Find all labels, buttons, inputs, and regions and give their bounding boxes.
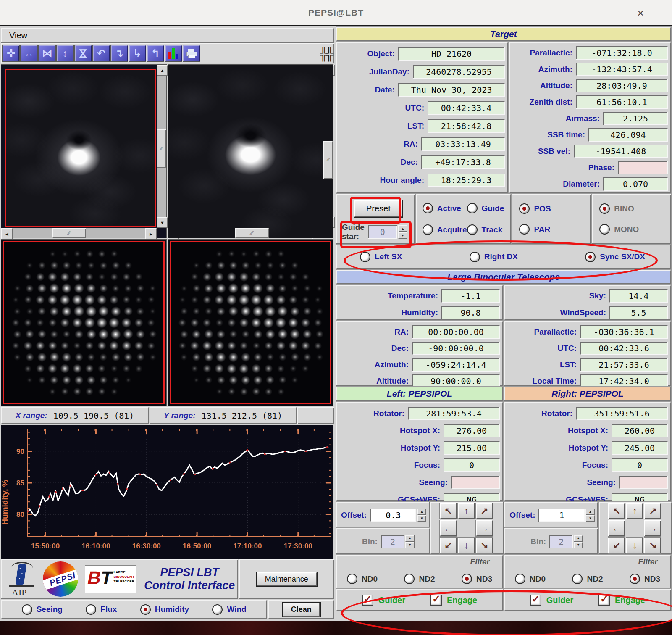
left-image-vertical-scrollbar[interactable]: ▲ ⁄⁄⁄ ▼	[157, 65, 166, 228]
spin-down-icon[interactable]: ▼	[398, 232, 407, 239]
nudge-down-icon[interactable]: ↓	[458, 538, 475, 553]
nudge-down-right-icon[interactable]: ↘	[476, 538, 493, 553]
bin-spinner-left[interactable]: 2 ▲▼	[381, 535, 415, 548]
dec-value[interactable]: -90:00:00.0	[412, 342, 500, 355]
utc-value[interactable]: 00:42:33.6	[580, 342, 668, 355]
scroll-thumb[interactable]: ⁄⁄⁄	[52, 228, 86, 238]
ssb-vel-value[interactable]: -19541.408	[574, 145, 668, 158]
clean-button[interactable]: Clean	[283, 603, 320, 617]
phase-value[interactable]	[618, 161, 668, 174]
altitude-value[interactable]: 28:03:49.9	[576, 79, 668, 92]
wfs-spots-right-panel[interactable]	[168, 239, 333, 406]
scroll-track[interactable]: ⁄⁄⁄	[157, 76, 166, 217]
rotate-90-cw-icon[interactable]: ↴	[111, 45, 128, 61]
radio-selected-icon[interactable]	[462, 574, 472, 584]
radio-left-sx[interactable]: Left SX	[360, 252, 402, 262]
azimuth-value[interactable]: -059:24:14.4	[412, 358, 500, 372]
windspeed-value[interactable]: 5.5	[609, 306, 668, 319]
nudge-left-icon[interactable]: ←	[440, 520, 457, 536]
humidity-value[interactable]: 90.8	[441, 306, 500, 319]
guide-camera-left-image[interactable]	[5, 69, 156, 227]
parallactic-value[interactable]: -071:32:18.0	[576, 46, 668, 60]
rotate-90-ccw-icon[interactable]: ↳	[129, 45, 146, 61]
hotspot-y-value[interactable]: 215.00	[444, 441, 500, 455]
nudge-up-icon[interactable]: ↑	[458, 503, 475, 519]
altitude-value[interactable]: 90:00:00.0	[412, 374, 500, 388]
radio-icon[interactable]	[467, 224, 478, 235]
radio-nd2[interactable]: ND2	[572, 574, 603, 584]
preset-button[interactable]: Preset	[354, 200, 402, 217]
right-image-horizontal-scrollbar[interactable]: ◄ ⁄⁄⁄ ►	[168, 228, 323, 238]
radio-active[interactable]: Active	[423, 203, 467, 213]
scroll-track[interactable]: ⁄⁄⁄	[323, 76, 333, 217]
spin-up-icon[interactable]: ▲	[398, 225, 407, 232]
radio-selected-icon[interactable]	[140, 604, 151, 615]
radio-humidity[interactable]: Humidity	[140, 604, 189, 615]
radio-icon[interactable]	[347, 574, 357, 584]
radio-acquire[interactable]: Acquire	[423, 224, 467, 235]
radio-icon[interactable]	[360, 252, 370, 262]
spin-down-icon[interactable]: ▼	[585, 515, 595, 522]
ra-value[interactable]: 00:00:00.00	[412, 325, 500, 339]
spin-down-icon[interactable]: ▼	[417, 515, 426, 522]
mirror-horizontal-icon[interactable]: ⋈	[39, 45, 55, 61]
scroll-thumb[interactable]: ⁄⁄⁄	[235, 228, 269, 238]
radio-icon[interactable]	[515, 574, 525, 584]
parallactic-value[interactable]: -030:36:36.1	[580, 325, 668, 339]
bin-value-right[interactable]: 2	[549, 535, 573, 548]
left-image-horizontal-scrollbar[interactable]: ◄ ⁄⁄⁄ ►	[1, 228, 157, 238]
nudge-up-left-icon[interactable]: ↖	[440, 503, 457, 519]
azimuth-value[interactable]: -132:43:57.4	[576, 63, 668, 76]
radio-par[interactable]: PAR	[519, 224, 590, 235]
radio-nd3[interactable]: ND3	[462, 574, 492, 584]
ssb-time-value[interactable]: 426.094	[588, 128, 668, 142]
spin-up-icon[interactable]: ▲	[585, 509, 595, 515]
colormap-icon[interactable]	[165, 45, 182, 61]
guider-checkbox-left[interactable]: ✓ Guider	[362, 595, 405, 606]
spin-down-icon[interactable]: ▼	[574, 542, 583, 548]
nudge-up-icon[interactable]: ↑	[626, 503, 643, 519]
radio-icon[interactable]	[467, 203, 478, 213]
radio-nd3[interactable]: ND3	[630, 574, 660, 584]
offset-spinner-left[interactable]: 0.3 ▲▼	[370, 509, 426, 522]
hotspot-x-value[interactable]: 276.00	[444, 424, 500, 437]
radio-icon[interactable]	[470, 252, 480, 262]
radio-guide[interactable]: Guide	[467, 203, 504, 213]
date-value[interactable]: Thu Nov 30, 2023	[398, 83, 505, 97]
engage-checkbox-right[interactable]: ✓ Engage	[598, 595, 645, 606]
rotate-left-icon[interactable]: ↶	[93, 45, 110, 61]
radio-icon[interactable]	[599, 224, 610, 235]
seeing-value[interactable]	[619, 476, 668, 489]
nudge-down-left-icon[interactable]: ↙	[608, 538, 625, 553]
spin-up-icon[interactable]: ▲	[574, 535, 583, 542]
radio-mono[interactable]: MONO	[599, 224, 670, 235]
radio-selected-icon[interactable]	[585, 252, 596, 262]
offset-value-left[interactable]: 0.3	[370, 509, 416, 522]
scroll-down-icon[interactable]: ▼	[157, 217, 168, 228]
spin-down-icon[interactable]: ▼	[405, 542, 415, 548]
radio-seeing[interactable]: Seeing	[22, 604, 63, 615]
spin-up-icon[interactable]: ▲	[405, 535, 415, 542]
utc-value[interactable]: 00:42:33.4	[428, 101, 505, 115]
focus-value[interactable]: 0	[612, 458, 668, 472]
airmass-value[interactable]: 2.125	[603, 112, 668, 125]
nudge-right-icon[interactable]: →	[644, 520, 661, 536]
scroll-right-icon[interactable]: ►	[145, 228, 157, 240]
nudge-left-icon[interactable]: ←	[608, 520, 625, 536]
nudge-up-left-icon[interactable]: ↖	[608, 503, 625, 519]
rotate-180-icon[interactable]: ↰	[147, 45, 164, 61]
right-image-vertical-scrollbar[interactable]: ▲ ⁄⁄⁄ ▼	[323, 65, 333, 228]
nudge-down-left-icon[interactable]: ↙	[440, 538, 457, 553]
radio-icon[interactable]	[22, 604, 32, 615]
radio-selected-icon[interactable]	[630, 574, 640, 584]
maintenance-button[interactable]: Maintenance	[257, 572, 317, 586]
object-value[interactable]: HD 21620	[398, 47, 505, 61]
close-icon[interactable]: ×	[633, 6, 648, 20]
mirror-vertical-icon[interactable]: ⋈	[75, 45, 92, 61]
scroll-track[interactable]: ⁄⁄⁄	[13, 228, 145, 238]
nudge-up-right-icon[interactable]: ↗	[476, 503, 493, 519]
radio-flux[interactable]: Flux	[86, 604, 117, 615]
pan-icon[interactable]: ✜	[3, 45, 19, 61]
radio-selected-icon[interactable]	[423, 203, 433, 213]
scroll-left-icon[interactable]: ◄	[1, 228, 13, 240]
